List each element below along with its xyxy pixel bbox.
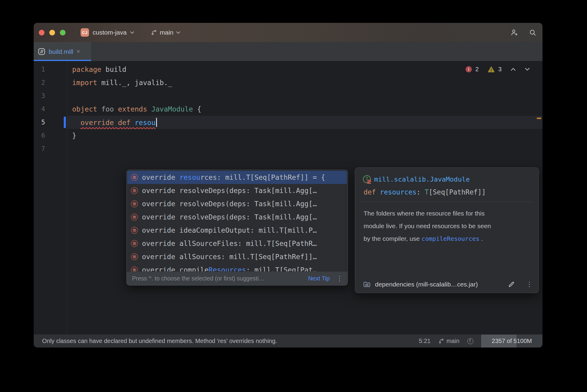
chevron-down-icon [176,31,180,34]
completion-item[interactable]: moverride resolveDeps(deps: Task[mill.Ag… [127,197,347,210]
close-tab-icon[interactable]: ✕ [76,49,80,54]
more-options-icon[interactable]: ⋮ [526,281,533,288]
project-name: custom-java [93,29,127,36]
completion-text: override resolveDeps(deps: Task[mill.Agg… [142,187,317,194]
token: . [479,235,483,242]
chevron-down-icon [130,31,134,34]
token: JavaModule [151,105,193,113]
token: : mill.T[Seq[Pat… [246,266,317,271]
token: The folders where the resource files for… [364,210,485,217]
search-icon[interactable] [529,29,537,37]
code-line[interactable]: 4object foo extends JavaModule { [34,103,542,116]
hint-text: Press ^. to choose the selected (or firs… [132,275,265,282]
previous-problem-icon[interactable] [511,68,516,71]
doc-description-line: module live. If you need resources to be… [364,220,530,232]
token: override [81,119,114,127]
code-editor[interactable]: 1package build2import mill._, javalib._3… [34,61,542,334]
method-icon: m [131,174,138,181]
line-number[interactable]: 1 [34,66,67,73]
zoom-window-button[interactable] [60,30,66,35]
completion-text: override resolveDeps(deps: Task[mill.Agg… [142,200,317,208]
doc-header: T mill.scalalib.JavaModule [355,168,539,183]
token: } [72,132,76,139]
trait-icon: T [363,175,371,183]
token: resou [180,173,200,181]
completion-item[interactable]: moverride allSources: mill.T[Seq[PathRef… [127,250,347,263]
line-number[interactable]: 2 [34,79,67,86]
code-line[interactable]: 7 [34,142,542,155]
code-text: object foo extends JavaModule { [67,105,201,113]
token: foo [101,105,114,113]
scrollbar-error-stripe[interactable] [537,118,541,119]
token: Resources [209,266,246,271]
token: T [425,188,429,196]
notification-icon[interactable] [467,338,473,344]
branch-widget[interactable]: main [438,338,459,345]
more-options-icon[interactable]: ⋮ [336,275,343,282]
code-line[interactable]: 3 [34,89,542,103]
completion-item[interactable]: moverride resolveDeps(deps: Task[mill.Ag… [127,184,347,197]
code-line[interactable]: 6} [34,129,542,142]
code-text: package build [67,66,126,73]
next-problem-icon[interactable] [525,68,530,71]
token: override resolveDeps(deps: Task[mill.Agg… [142,213,317,221]
completion-item[interactable]: moverride compileResources: mill.T[Seq[P… [127,263,347,271]
token: def [118,119,131,127]
token: { [193,105,201,113]
token: build [101,66,126,73]
doc-qualified-name[interactable]: mill.scalalib.JavaModule [374,176,470,183]
inspections-widget: ! 2 3 [466,66,530,73]
next-tip-link[interactable]: Next Tip [308,275,330,282]
token [114,105,118,113]
completion-text: override compileResources: mill.T[Seq[Pa… [142,266,317,271]
completion-text: override allSourceFiles: mill.T[Seq[Path… [142,240,317,247]
line-number[interactable]: 4 [34,106,67,113]
doc-code-link[interactable]: compileResources [422,235,480,242]
completion-item[interactable]: moverride resolveDeps(deps: Task[mill.Ag… [127,210,347,224]
completion-hint-bar: Press ^. to choose the selected (or firs… [127,271,348,285]
documentation-popup: T mill.scalalib.JavaModule def resources… [355,167,539,293]
token: override allSourceFiles: mill.T[Seq[Path… [142,240,317,247]
minimize-window-button[interactable] [49,30,55,35]
token: resources [380,188,416,196]
code-text: import mill._, javalib._ [67,79,172,87]
error-count[interactable]: 2 [475,66,479,73]
token: override allSources: mill.T[Seq[PathRef]… [142,253,317,261]
status-message: Only classes can have declared but undef… [42,338,277,345]
status-bar: Only classes can have declared but undef… [34,334,542,348]
code-line[interactable]: 5 override def resou [34,116,542,129]
token: [Seq[PathRef]] [429,188,486,196]
completion-item[interactable]: moverride allSourceFiles: mill.T[Seq[Pat… [127,237,347,250]
caret-position-widget[interactable]: 5:21 [419,338,431,345]
line-number[interactable]: 5 [34,119,67,126]
code-line[interactable]: 2import mill._, javalib._ [34,76,542,89]
warning-icon[interactable] [488,66,495,72]
doc-signature: def resources: T[Seq[PathRef]] [355,183,539,196]
error-icon[interactable]: ! [466,66,472,72]
code-with-me-icon[interactable] [510,29,518,37]
doc-dependency-row: dependencies (mill-scalalib…ces.jar) ⋮ [363,280,533,288]
completion-item[interactable]: moverride ideaCompileOutput: mill.T[mill… [127,224,347,237]
project-avatar: CJ [81,28,89,37]
mill-file-icon [38,48,45,55]
completion-item[interactable]: moverride resources: mill.T[Seq[PathRef]… [127,171,347,184]
warning-count[interactable]: 3 [498,66,502,73]
line-number[interactable]: 3 [34,92,67,100]
method-icon: m [131,200,138,207]
method-icon: m [131,266,138,271]
token: override ideaCompileOutput: mill.T[mill.… [142,226,317,234]
line-number[interactable]: 6 [34,132,67,139]
project-selector[interactable]: CJ custom-java [81,28,134,37]
method-icon: m [131,253,138,260]
doc-dependency-label: dependencies (mill-scalalib…ces.jar) [375,281,478,288]
edit-icon[interactable] [508,281,515,288]
close-window-button[interactable] [39,30,45,35]
branch-name: main [160,29,174,36]
line-number[interactable]: 7 [34,145,67,152]
doc-description-line: The folders where the resource files for… [364,207,530,220]
doc-description-line: by the compiler, use compileResources . [364,232,530,245]
memory-indicator[interactable]: 2357 of 5100M [481,335,542,348]
tab-build-mill[interactable]: build.mill ✕ [34,42,91,61]
token: override resolveDeps(deps: Task[mill.Agg… [142,187,317,194]
branch-selector[interactable]: main [151,29,180,36]
